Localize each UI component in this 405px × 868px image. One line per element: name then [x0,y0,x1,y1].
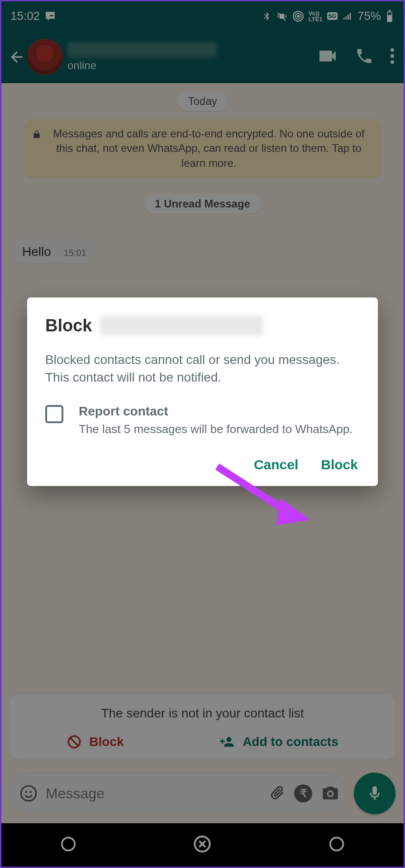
dialog-title: Block [45,316,92,335]
report-contact-label: Report contact [79,404,353,419]
report-contact-sub: The last 5 messages will be forwarded to… [79,421,353,437]
cancel-button[interactable]: Cancel [254,457,298,472]
dialog-description: Blocked contacts cannot call or send you… [45,351,360,386]
dialog-contact-redacted [100,316,263,335]
block-dialog: Block Blocked contacts cannot call or se… [27,297,378,486]
block-confirm-button[interactable]: Block [321,457,358,472]
report-checkbox[interactable] [45,405,63,423]
